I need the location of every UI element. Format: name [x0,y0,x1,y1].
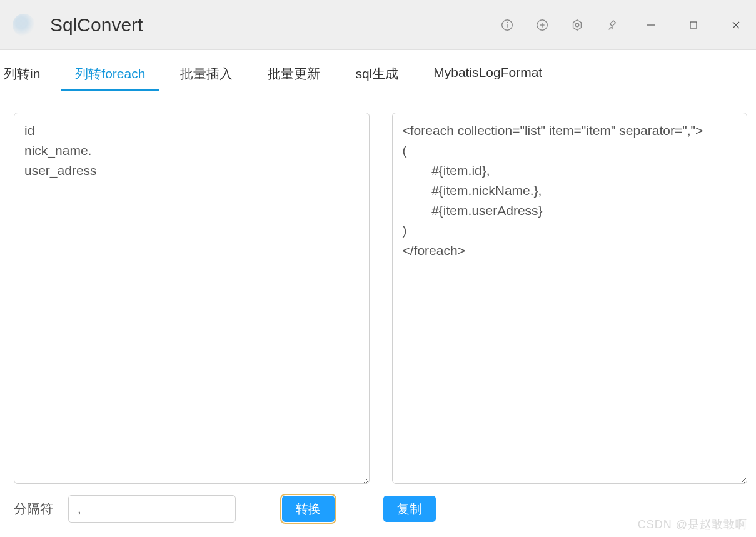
tabbar: 列转in 列转foreach 批量插入 批量更新 sql生成 MybatisLo… [0,50,756,90]
tab-col-to-in[interactable]: 列转in [0,59,58,90]
pin-icon[interactable] [603,16,621,34]
content-area [0,90,756,484]
app-icon [13,14,35,36]
app-title: SqlConvert [50,14,143,36]
tab-mybatis-log-format[interactable]: MybatisLogFormat [416,59,560,90]
tab-batch-insert[interactable]: 批量插入 [163,59,250,90]
gear-icon[interactable] [568,16,586,34]
tab-batch-update[interactable]: 批量更新 [250,59,338,90]
close-button[interactable] [723,13,748,38]
separator-input[interactable] [68,495,236,523]
svg-marker-6 [573,20,582,31]
minimize-button[interactable] [638,13,663,38]
svg-rect-9 [690,22,697,28]
separator-label: 分隔符 [14,500,53,518]
bottom-bar: 分隔符 转换 复制 [0,484,756,534]
titlebar: SqlConvert [0,0,756,50]
convert-button[interactable]: 转换 [282,496,335,522]
window-controls [498,0,748,50]
tab-sql-gen[interactable]: sql生成 [338,59,416,90]
svg-point-2 [507,22,508,23]
plus-circle-icon[interactable] [533,16,551,34]
tab-col-to-foreach[interactable]: 列转foreach [58,59,163,90]
maximize-button[interactable] [681,13,706,38]
info-icon[interactable] [498,16,516,34]
output-textarea[interactable] [392,113,748,484]
input-textarea[interactable] [14,113,370,484]
copy-button[interactable]: 复制 [383,496,436,522]
svg-point-7 [575,23,579,27]
